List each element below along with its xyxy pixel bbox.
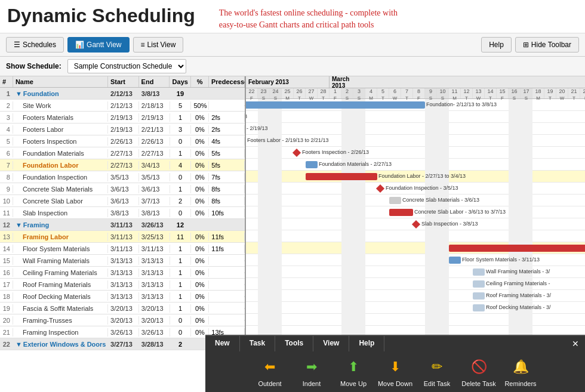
td-days: 2 [170, 340, 192, 348]
table-row[interactable]: 6 Foundation Materials 2/27/13 2/27/13 1… [0, 147, 245, 159]
table-row[interactable]: 20 Framing-Trusses 3/20/13 3/20/13 0 0% [0, 314, 245, 326]
td-end: 3/8/13 [139, 89, 170, 98]
gantt-day-cell: 15F [497, 88, 509, 98]
gantt-day-cell: 20W [556, 88, 568, 98]
gantt-row: Foundation Materials - 2/27/13 [246, 159, 585, 171]
table-row[interactable]: 4 Footers Labor 2/19/13 2/21/13 3 0% 2fs [0, 124, 245, 135]
td-num: 3 [0, 113, 13, 122]
table-row[interactable]: 14 Floor System Materials 3/11/13 3/11/1… [0, 243, 245, 255]
table-row[interactable]: 13 Framing Labor 3/11/13 3/25/13 11 0% 1… [0, 231, 245, 243]
td-pred: 10fs [209, 209, 245, 217]
bottom-toolbar-header: New Task Tools View Help ✕ [205, 336, 585, 351]
td-name: Foundation Labor [13, 161, 108, 169]
td-pct [191, 93, 209, 94]
gantt-row: Framing Labor - 3/11/13 to 3/25/13 [246, 242, 585, 254]
table-row[interactable]: 5 Footers Inspection 2/26/13 2/26/13 0 0… [0, 135, 245, 147]
td-end: 2/21/13 [139, 125, 170, 134]
table-row[interactable]: 15 Wall Framing Materials 3/13/13 3/13/1… [0, 255, 245, 267]
gantt-day-cell: 28T [318, 88, 330, 98]
td-days: 0 [170, 137, 192, 146]
table-row[interactable]: 7 Foundation Labor 2/27/13 3/4/13 4 0% 5… [0, 159, 245, 171]
gantt-row: Footers Labor - 2/19/13 to 2/21/13 [246, 135, 585, 147]
move-down-label: Move Down [378, 380, 412, 387]
gantt-day-cell: 19T [544, 88, 556, 98]
td-pred: 8fs [209, 185, 245, 193]
gantt-row: Foundation- 2/12/13 to 3/8/13 [246, 99, 585, 111]
toolbar-right: Help ⊞ Hide Toolbar [481, 37, 579, 53]
move-down-button[interactable]: ⬇ Move Down [377, 356, 413, 387]
table-row[interactable]: 12 ▼Framing 3/11/13 3/26/13 12 [0, 219, 245, 231]
col-pct: % [191, 76, 209, 87]
td-end: 3/25/13 [139, 233, 170, 241]
table-row[interactable]: 2 Site Work 2/12/13 2/18/13 5 50% [0, 100, 245, 112]
bt-tab-tools[interactable]: Tools [275, 336, 313, 351]
bt-close-button[interactable]: ✕ [566, 336, 585, 351]
td-name: ▼Foundation [13, 89, 108, 98]
gantt-bar-label: Foundation Inspection - 3/5/13 [386, 185, 458, 191]
gantt-day-cell: 24S [270, 88, 282, 98]
table-row[interactable]: 9 Concrete Slab Materials 3/6/13 3/6/13 … [0, 183, 245, 195]
indent-button[interactable]: ➡ Indent [294, 356, 330, 387]
gantt-day-cell: 10S [437, 88, 449, 98]
td-pred [209, 105, 245, 106]
td-num: 12 [0, 221, 13, 229]
list-view-tab[interactable]: ≡ List View [133, 37, 184, 53]
td-pred: 4fs [209, 137, 245, 146]
help-button[interactable]: Help [481, 37, 512, 53]
table-row[interactable]: 8 Foundation Inspection 3/5/13 3/5/13 0 … [0, 171, 245, 183]
bt-tab-view[interactable]: View [313, 336, 349, 351]
table-row[interactable]: 19 Fascia & Soffit Materials 3/20/13 3/2… [0, 303, 245, 314]
bt-tab-task[interactable]: Task [240, 336, 275, 351]
td-days: 19 [170, 89, 192, 98]
gantt-day-cell: 21T [568, 88, 580, 98]
td-days: 3 [170, 125, 192, 134]
bt-tab-new[interactable]: New [205, 336, 240, 351]
td-days: 1 [170, 113, 192, 122]
table-row[interactable]: 16 Ceiling Framing Materials 3/13/13 3/1… [0, 267, 245, 279]
td-num: 16 [0, 268, 13, 277]
move-up-button[interactable]: ⬆ Move Up [335, 356, 371, 387]
td-pred: 5fs [209, 149, 245, 158]
td-num: 4 [0, 125, 13, 134]
col-num: # [0, 76, 13, 87]
gantt-bar-label: Foundation- 2/12/13 to 3/8/13 [426, 101, 497, 107]
td-pct: 0% [191, 161, 209, 169]
edit-task-button[interactable]: ✏ Edit Task [419, 356, 455, 387]
td-pred: 2fs [209, 125, 245, 134]
td-name: Footers Labor [13, 125, 108, 134]
td-pct: 0% [191, 173, 209, 181]
reminders-button[interactable]: 🔔 Reminders [503, 356, 538, 387]
table-row[interactable]: 11 Slab Inspection 3/8/13 3/8/13 0 0% 10… [0, 207, 245, 219]
schedule-select[interactable]: Sample Construction Schedule [67, 59, 186, 73]
table-row[interactable]: 1 ▼Foundation 2/12/13 3/8/13 19 [0, 88, 245, 100]
gantt-view-tab[interactable]: 📊 Gantt View [67, 37, 129, 53]
table-row[interactable]: 3 Footers Materials 2/19/13 2/19/13 1 0%… [0, 112, 245, 124]
td-pct: 0% [191, 233, 209, 241]
bt-tab-help[interactable]: Help [349, 336, 384, 351]
td-num: 7 [0, 161, 13, 169]
table-row[interactable]: 17 Roof Framing Materials 3/13/13 3/13/1… [0, 279, 245, 291]
table-row[interactable]: 18 Roof Decking Materials 3/13/13 3/13/1… [0, 291, 245, 303]
schedules-tab[interactable]: ☰ Schedules [6, 37, 64, 53]
td-pct: 50% [191, 101, 209, 110]
table-row[interactable]: 10 Concrete Slab Labor 3/6/13 3/7/13 2 0… [0, 195, 245, 207]
td-name: Roof Decking Materials [13, 292, 108, 301]
bottom-toolbar-body: ⬅ Outdent ➡ Indent ⬆ Move Up ⬇ Move Down… [205, 351, 585, 392]
gantt-row: Roof Decking Materials - 3/ [246, 302, 585, 314]
td-days: 0 [170, 173, 192, 181]
td-days: 0 [170, 209, 192, 217]
hide-toolbar-button[interactable]: ⊞ Hide Toolbar [515, 37, 579, 53]
td-num: 17 [0, 280, 13, 289]
td-name: Concrete Slab Labor [13, 197, 108, 205]
gantt-day-cell: 16S [509, 88, 521, 98]
outdent-button[interactable]: ⬅ Outdent [252, 356, 288, 387]
outdent-icon: ⬅ [259, 356, 281, 378]
gantt-bar [306, 173, 377, 180]
td-start: 2/12/13 [108, 89, 139, 98]
td-end: 3/4/13 [139, 161, 170, 169]
reminders-icon: 🔔 [510, 356, 531, 378]
delete-task-button[interactable]: 🚫 Delete Task [461, 356, 497, 387]
td-days: 1 [170, 245, 192, 253]
delete-task-label: Delete Task [461, 380, 495, 387]
td-end: 3/7/13 [139, 197, 170, 205]
